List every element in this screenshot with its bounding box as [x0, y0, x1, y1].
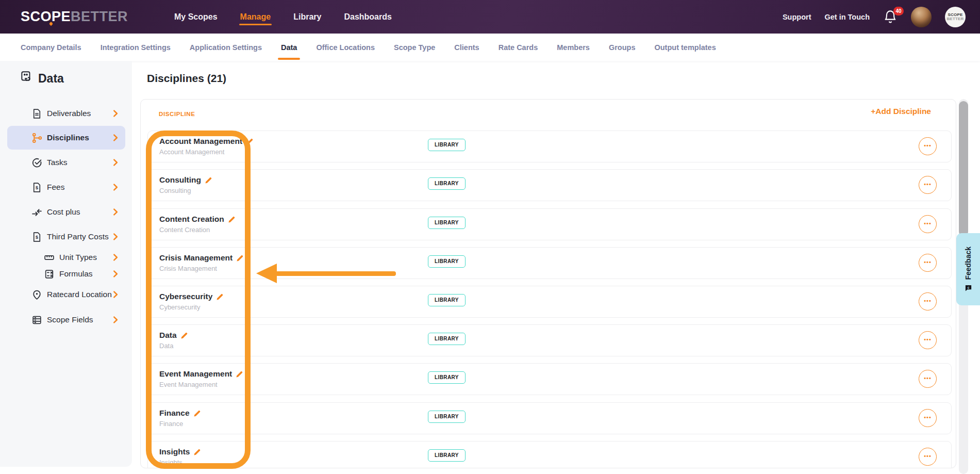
- sidebar-item-label: Fees: [47, 183, 64, 192]
- row-menu-button[interactable]: •••: [919, 176, 937, 194]
- map-pin-icon: [31, 289, 42, 300]
- row-menu-button[interactable]: •••: [919, 448, 937, 466]
- svg-text:c: c: [967, 286, 969, 289]
- ellipsis-icon: •••: [924, 142, 932, 149]
- sidebar-item-tasks[interactable]: Tasks: [7, 151, 125, 174]
- edit-pencil-icon[interactable]: [236, 370, 243, 378]
- tab-company-details[interactable]: Company Details: [21, 34, 81, 61]
- discipline-description: Insights: [159, 459, 182, 466]
- sidebar-item-label: Deliverables: [47, 109, 91, 118]
- discipline-name: Data: [159, 331, 177, 340]
- library-badge: LIBRARY: [428, 139, 466, 151]
- nav-dashboards[interactable]: Dashboards: [344, 2, 391, 32]
- support-link[interactable]: Support: [783, 13, 811, 21]
- library-badge: LIBRARY: [428, 333, 466, 345]
- sidebar-item-deliverables[interactable]: Deliverables: [7, 102, 125, 125]
- discipline-description: Event Management: [159, 381, 218, 388]
- discipline-name: Content Creation: [159, 215, 224, 224]
- tab-clients[interactable]: Clients: [454, 34, 479, 61]
- edit-pencil-icon[interactable]: [205, 176, 212, 184]
- sidebar-item-scope-fields[interactable]: Scope Fields: [7, 308, 125, 332]
- library-badge: LIBRARY: [428, 411, 466, 423]
- notifications-button[interactable]: 40: [883, 10, 898, 24]
- tab-integration-settings[interactable]: Integration Settings: [101, 34, 171, 61]
- row-menu-button[interactable]: •••: [919, 409, 937, 427]
- sidebar-item-formulas[interactable]: Formulas: [7, 265, 125, 283]
- vertical-scrollbar-thumb[interactable]: [959, 101, 968, 236]
- feedback-label: Feedback: [964, 247, 972, 280]
- ellipsis-icon: •••: [924, 336, 932, 342]
- get-in-touch-link[interactable]: Get in Touch: [824, 13, 870, 21]
- discipline-description: Consulting: [159, 187, 191, 194]
- edit-pencil-icon[interactable]: [193, 448, 201, 456]
- feedback-chat-icon: c: [965, 284, 972, 292]
- discipline-row-consulting: Consulting Consulting LIBRARY •••: [147, 169, 952, 201]
- user-avatar[interactable]: [911, 7, 932, 27]
- discipline-name: Insights: [159, 447, 190, 456]
- chevron-right-icon: [113, 233, 119, 241]
- chevron-right-icon: [113, 254, 119, 261]
- row-menu-button[interactable]: •••: [919, 331, 937, 349]
- fee-document-icon: $: [31, 182, 42, 193]
- sidebar-item-label: Third Party Costs: [47, 232, 109, 241]
- company-logo-avatar[interactable]: SCOPE BETTER: [945, 7, 966, 27]
- sidebar-item-label: Ratecard Location: [47, 290, 112, 299]
- tab-data[interactable]: Data: [281, 34, 297, 61]
- sidebar-item-fees[interactable]: $ Fees: [7, 175, 125, 199]
- sidebar-item-ratecard-location[interactable]: Ratecard Location: [7, 283, 125, 306]
- row-menu-button[interactable]: •••: [919, 292, 937, 310]
- tab-groups[interactable]: Groups: [609, 34, 636, 61]
- edit-pencil-icon[interactable]: [236, 254, 244, 262]
- tab-application-settings[interactable]: Application Settings: [190, 34, 262, 61]
- sidebar-item-label: Disciplines: [47, 133, 89, 142]
- library-badge: LIBRARY: [428, 371, 466, 384]
- tab-members[interactable]: Members: [557, 34, 590, 61]
- sidebar-item-label: Cost plus: [47, 207, 80, 217]
- ellipsis-icon: •••: [924, 220, 932, 226]
- disciplines-panel: DISCIPLINE +Add Discipline Account Manag…: [140, 99, 956, 468]
- row-menu-button[interactable]: •••: [919, 254, 937, 272]
- column-header-discipline: DISCIPLINE: [159, 111, 195, 117]
- tab-scope-type[interactable]: Scope Type: [394, 34, 435, 61]
- library-badge: LIBRARY: [428, 294, 466, 306]
- add-discipline-button[interactable]: +Add Discipline: [871, 107, 931, 116]
- sidebar-item-cost-plus[interactable]: Cost plus: [7, 200, 125, 224]
- row-title: Account Management: [159, 137, 254, 146]
- sidebar-item-label: Unit Types: [59, 253, 97, 262]
- top-nav: My Scopes Manage Library Dashboards: [174, 0, 392, 34]
- discipline-description: Data: [159, 342, 173, 350]
- discipline-row-data: Data Data LIBRARY •••: [147, 324, 952, 356]
- row-title: Event Management: [159, 369, 243, 379]
- row-menu-button[interactable]: •••: [919, 215, 937, 233]
- row-menu-button[interactable]: •••: [919, 137, 937, 155]
- settings-tabbar: Company Details Integration Settings App…: [0, 34, 980, 61]
- tab-office-locations[interactable]: Office Locations: [316, 34, 375, 61]
- brand-logo[interactable]: SCOPEBETTER: [21, 9, 128, 25]
- nav-manage[interactable]: Manage: [240, 2, 271, 32]
- sidebar-item-unit-types[interactable]: Unit Types: [7, 249, 125, 266]
- ellipsis-icon: •••: [924, 375, 932, 381]
- tab-output-templates[interactable]: Output templates: [654, 34, 716, 61]
- row-title: Insights: [159, 447, 201, 456]
- edit-pencil-icon[interactable]: [246, 138, 254, 145]
- sidebar-item-third-party-costs[interactable]: $ Third Party Costs: [7, 225, 125, 249]
- feedback-tab[interactable]: Feedback c: [956, 233, 980, 305]
- edit-pencil-icon[interactable]: [193, 410, 201, 417]
- hierarchy-icon: [31, 132, 42, 143]
- edit-pencil-icon[interactable]: [216, 293, 224, 301]
- chevron-right-icon: [113, 291, 119, 299]
- edit-pencil-icon[interactable]: [180, 332, 188, 339]
- discipline-description: Account Management: [159, 148, 224, 156]
- tab-rate-cards[interactable]: Rate Cards: [499, 34, 538, 61]
- nav-library[interactable]: Library: [293, 2, 321, 32]
- nav-my-scopes[interactable]: My Scopes: [174, 2, 218, 32]
- sidebar-item-disciplines[interactable]: Disciplines: [7, 126, 125, 150]
- row-title: Consulting: [159, 175, 212, 185]
- edit-pencil-icon[interactable]: [228, 216, 236, 223]
- ruler-icon: [43, 252, 55, 263]
- discipline-row-account-management: Account Management Account Management LI…: [147, 130, 952, 162]
- row-menu-button[interactable]: •••: [919, 370, 937, 388]
- discipline-row-cybersecurity: Cybersecurity Cybersecurity LIBRARY •••: [147, 286, 952, 318]
- app-root: SCOPEBETTER My Scopes Manage Library Das…: [0, 0, 980, 474]
- discipline-name: Finance: [159, 408, 190, 418]
